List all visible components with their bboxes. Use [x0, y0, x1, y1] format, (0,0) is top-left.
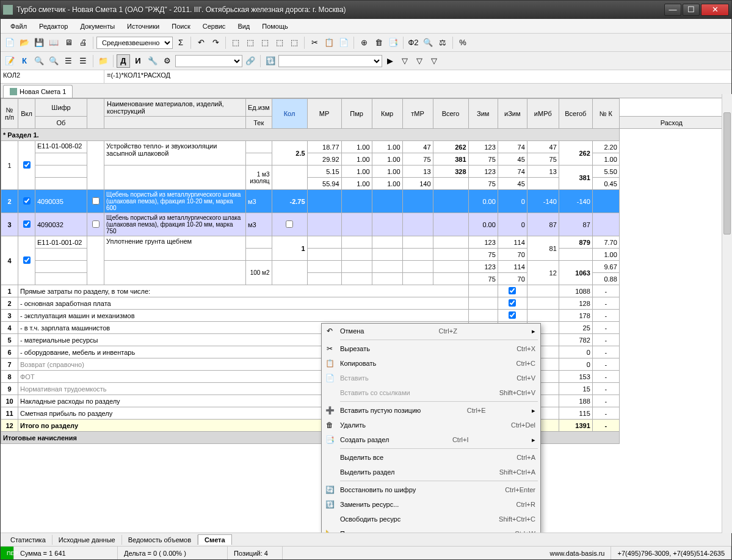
- zoom-in-icon[interactable]: 🔍: [32, 54, 46, 68]
- menu-documents[interactable]: Документы: [74, 21, 121, 32]
- f2-icon[interactable]: Ф2: [407, 36, 420, 49]
- close-button[interactable]: ✕: [701, 4, 729, 16]
- insert-icon[interactable]: ⊕: [357, 36, 371, 49]
- col-kol[interactable]: Кол: [272, 99, 307, 129]
- search-icon[interactable]: 🔍: [421, 36, 435, 49]
- list-icon[interactable]: ☰: [76, 54, 90, 68]
- col-vsego[interactable]: Всего: [433, 99, 468, 129]
- col-vsegob[interactable]: Всегоб: [559, 99, 592, 129]
- delete-icon[interactable]: 🗑: [372, 36, 385, 49]
- tool-a-icon[interactable]: ⬚: [229, 36, 242, 49]
- new-icon[interactable]: 📄: [3, 36, 16, 49]
- book-icon[interactable]: 📖: [47, 36, 60, 49]
- link-icon[interactable]: 🔗: [244, 54, 257, 68]
- open-icon[interactable]: 📂: [18, 36, 31, 49]
- status-sum: Сумма = 1 641: [14, 547, 118, 559]
- empty-combo-2[interactable]: [278, 55, 382, 67]
- bottom-tabs: Статистика Исходные данные Ведомость объ…: [1, 533, 731, 546]
- scroll-thumb[interactable]: [723, 112, 731, 235]
- paste-icon[interactable]: 📄: [337, 36, 350, 49]
- sigma-icon[interactable]: Σ: [174, 36, 187, 49]
- cell-formula[interactable]: =(-1)*КОЛ1*РАСХОД: [104, 70, 731, 83]
- replace-icon[interactable]: 🔃: [264, 54, 277, 68]
- vertical-scrollbar[interactable]: [722, 94, 732, 533]
- redo-icon[interactable]: ↷: [209, 36, 222, 49]
- undo-icon[interactable]: ↶: [194, 36, 208, 49]
- settings-icon[interactable]: ⚙: [161, 54, 174, 68]
- folder-icon[interactable]: 📁: [96, 54, 110, 68]
- col-mr[interactable]: МР: [307, 99, 341, 129]
- col-shifr[interactable]: Шифр: [35, 99, 87, 117]
- menubar: Файл Редактор Документы Источники Поиск …: [1, 19, 731, 34]
- tool-e-icon[interactable]: ⬚: [288, 36, 301, 49]
- tree-icon[interactable]: ☰: [62, 54, 75, 68]
- col-npp[interactable]: № п/п: [1, 99, 18, 129]
- menu-editor[interactable]: Редактор: [33, 21, 74, 32]
- calc-icon[interactable]: 📝: [3, 54, 16, 68]
- tool-d-icon[interactable]: ⬚: [273, 36, 286, 49]
- ctx-выделить-все[interactable]: Выделить всеCtrl+A: [322, 450, 540, 465]
- ctx-освободить-ресурс[interactable]: Освободить ресурсShift+Ctrl+C: [322, 512, 540, 526]
- ctx-создать-раздел[interactable]: 📑Создать разделCtrl+I▸: [322, 432, 540, 447]
- status-delta: Дельта = 0 ( 0.00% ): [118, 547, 228, 559]
- tool-c-icon[interactable]: ⬚: [258, 36, 272, 49]
- col-zim[interactable]: Зим: [468, 99, 498, 129]
- zoom-out-icon[interactable]: 🔍: [47, 54, 60, 68]
- col-vkl[interactable]: Вкл: [18, 99, 35, 129]
- menu-view[interactable]: Вид: [231, 21, 256, 32]
- col-tmp[interactable]: тМР: [402, 99, 433, 129]
- col-nk[interactable]: № К: [592, 99, 619, 129]
- menu-sources[interactable]: Источники: [121, 21, 165, 32]
- i-icon[interactable]: И: [131, 54, 145, 68]
- btab-smeta[interactable]: Смета: [198, 534, 232, 545]
- ctx-копировать[interactable]: 📋КопироватьCtrl+C: [322, 356, 540, 371]
- menu-search[interactable]: Поиск: [165, 21, 196, 32]
- ctx-вставить: 📄ВставитьCtrl+V: [322, 371, 540, 385]
- app-icon: [3, 5, 13, 15]
- empty-combo-1[interactable]: [175, 55, 242, 67]
- ctx-применить-поправку-[interactable]: 📐Применить поправку...Ctrl+W: [322, 526, 540, 533]
- ctx-восстановить-по-шифру[interactable]: 🔄Восстановить по шифруCtrl+Enter: [322, 482, 540, 497]
- filter-icon[interactable]: ▽: [398, 54, 411, 68]
- menu-service[interactable]: Сервис: [197, 21, 232, 32]
- ctx-выделить-раздел[interactable]: Выделить разделShift+Ctrl+A: [322, 465, 540, 479]
- d-icon[interactable]: Д: [117, 54, 130, 68]
- filter2-icon[interactable]: ▽: [413, 54, 426, 68]
- doc-tab-icon: [10, 88, 17, 95]
- copy-icon[interactable]: 📋: [322, 36, 336, 49]
- filter3-icon[interactable]: ▽: [427, 54, 441, 68]
- go-icon[interactable]: ▶: [383, 54, 397, 68]
- btab-source[interactable]: Исходные данные: [53, 535, 122, 545]
- scale-icon[interactable]: ⚖: [436, 36, 449, 49]
- k-icon[interactable]: К: [18, 54, 31, 68]
- col-naim[interactable]: Наименование материалов, изделий, констр…: [104, 99, 246, 117]
- col-imrb[interactable]: иМРб: [527, 99, 559, 129]
- col-kmr[interactable]: Кмр: [372, 99, 402, 129]
- doc-tab[interactable]: Новая Смета 1: [3, 85, 73, 98]
- percent-icon[interactable]: %: [456, 36, 469, 49]
- btab-vedom[interactable]: Ведомость объемов: [122, 535, 198, 545]
- section-icon[interactable]: 📑: [386, 36, 400, 49]
- col-pmr[interactable]: Пмр: [341, 99, 372, 129]
- ctx-удалить[interactable]: 🗑УдалитьCtrl+Del: [322, 418, 540, 432]
- col-izim[interactable]: иЗим: [498, 99, 527, 129]
- wrench-icon[interactable]: 🔧: [146, 54, 159, 68]
- maximize-button[interactable]: ☐: [683, 4, 700, 16]
- print-icon[interactable]: 🖨: [76, 36, 90, 49]
- mode-combo[interactable]: Средневзвешенно: [96, 37, 173, 49]
- toolbar-1: 📄 📂 💾 📖 🖥 🖨 Средневзвешенно Σ ↶ ↷ ⬚ ⬚ ⬚ …: [1, 34, 731, 52]
- cut-icon[interactable]: ✂: [308, 36, 321, 49]
- ctx-вставить-пустую-позицию[interactable]: ➕Вставить пустую позициюCtrl+E▸: [322, 403, 540, 418]
- ctx-отмена[interactable]: ↶ОтменаCtrl+Z▸: [322, 324, 540, 338]
- ctx-заменить-ресурс-[interactable]: 🔃Заменить ресурс...Ctrl+R: [322, 497, 540, 512]
- minimize-button[interactable]: —: [664, 4, 681, 16]
- menu-file[interactable]: Файл: [4, 21, 33, 32]
- cell-name[interactable]: КОЛ2: [1, 70, 104, 83]
- col-edizm[interactable]: Ед.изм: [246, 99, 272, 117]
- save-icon[interactable]: 💾: [32, 36, 46, 49]
- menu-help[interactable]: Помощь: [256, 21, 294, 32]
- ctx-вырезать[interactable]: ✂ВырезатьCtrl+X: [322, 341, 540, 356]
- btab-stat[interactable]: Статистика: [4, 535, 53, 545]
- tool-b-icon[interactable]: ⬚: [244, 36, 257, 49]
- monitor-icon[interactable]: 🖥: [62, 36, 75, 49]
